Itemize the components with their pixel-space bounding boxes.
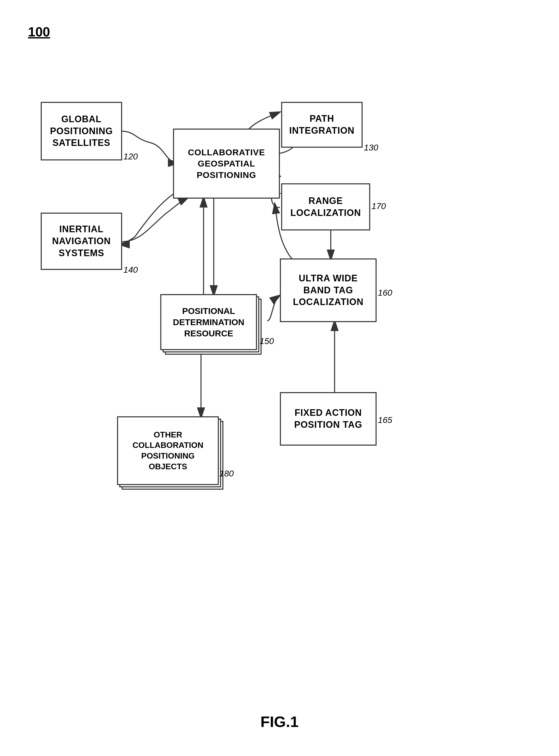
pdr-label: POSITIONAL DETERMINATION RESOURCE — [173, 305, 245, 339]
ocpo-ref: 180 — [219, 469, 234, 478]
path-ref: 130 — [364, 143, 378, 153]
page: 100 — [0, 0, 559, 756]
ocpo-label: OTHER COLLABORATION POSITIONING OBJECTS — [133, 430, 203, 472]
uwb-box: ULTRA WIDE BAND TAG LOCALIZATION — [280, 258, 377, 322]
cgp-box: COLLABORATIVE GEOSPATIAL POSITIONING — [173, 129, 280, 199]
uwb-label: ULTRA WIDE BAND TAG LOCALIZATION — [293, 273, 363, 308]
fapt-ref: 165 — [378, 415, 392, 425]
ins-ref: 140 — [124, 265, 138, 275]
figure-caption: FIG.1 — [260, 713, 298, 731]
gps-box: GLOBAL POSITIONING SATELLITES — [41, 102, 122, 160]
figure-number: 100 — [28, 24, 50, 40]
range-ref: 170 — [372, 201, 386, 211]
range-box: RANGE LOCALIZATION — [281, 183, 370, 231]
gps-label: GLOBAL POSITIONING SATELLITES — [50, 113, 113, 149]
pdr-ref: 150 — [260, 336, 274, 346]
path-label: PATH INTEGRATION — [289, 113, 354, 137]
path-box: PATH INTEGRATION — [281, 102, 363, 148]
ins-label: INERTIAL NAVIGATION SYSTEMS — [52, 223, 111, 259]
uwb-ref: 160 — [378, 288, 392, 298]
diagram: GLOBAL POSITIONING SATELLITES 120 PATH I… — [25, 51, 534, 688]
ins-box: INERTIAL NAVIGATION SYSTEMS — [41, 213, 122, 270]
range-label: RANGE LOCALIZATION — [290, 195, 361, 219]
fapt-box: FIXED ACTION POSITION TAG — [280, 392, 377, 446]
cgp-label: COLLABORATIVE GEOSPATIAL POSITIONING — [188, 147, 265, 180]
fapt-label: FIXED ACTION POSITION TAG — [294, 407, 362, 431]
gps-ref: 120 — [124, 152, 138, 161]
